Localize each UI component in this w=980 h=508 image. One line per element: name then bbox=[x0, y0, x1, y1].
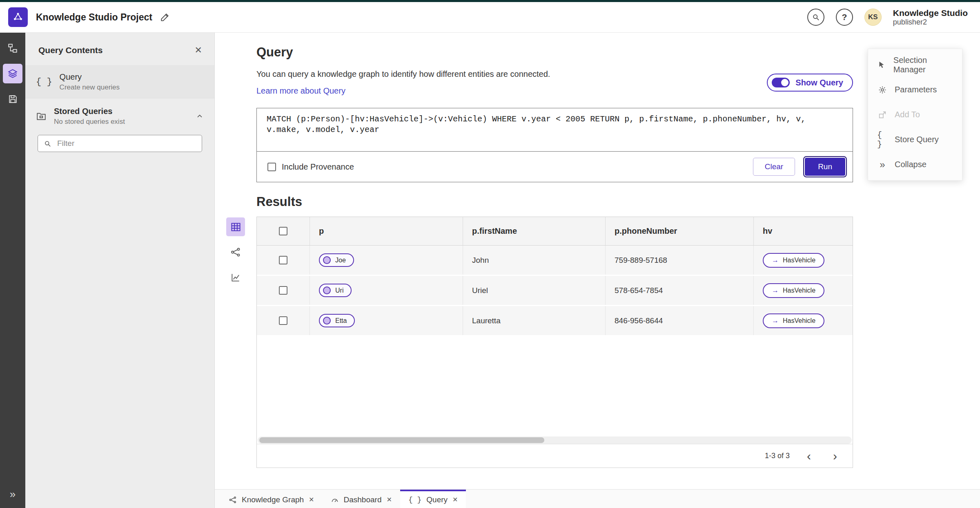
cell-phonenumber: 846-956-8644 bbox=[606, 306, 754, 335]
results-view-toolbar bbox=[226, 217, 256, 468]
query-input[interactable]: MATCH (p:Person)-[hv:HasVehicle]->(v:Veh… bbox=[257, 108, 853, 152]
dashboard-icon bbox=[331, 496, 339, 504]
pagination-bar: 1-3 of 3 ‹ › bbox=[257, 444, 853, 468]
entity-pill[interactable]: Uri bbox=[319, 284, 352, 297]
arrow-right-icon: → bbox=[772, 287, 779, 294]
row-checkbox[interactable] bbox=[279, 256, 287, 264]
tab-label: Query bbox=[426, 495, 448, 504]
column-header-firstname[interactable]: p.firstName bbox=[463, 217, 606, 245]
edge-pill[interactable]: → HasVehicle bbox=[763, 253, 824, 268]
panel-title: Query Contents bbox=[38, 45, 103, 55]
braces-icon: { } bbox=[36, 77, 52, 87]
column-header-hv[interactable]: hv bbox=[754, 217, 853, 245]
column-header-phonenumber[interactable]: p.phoneNumber bbox=[606, 217, 754, 245]
folder-icon bbox=[36, 111, 47, 122]
clear-button[interactable]: Clear bbox=[753, 158, 795, 176]
column-header-p[interactable]: p bbox=[310, 217, 463, 245]
avatar-initials: KS bbox=[868, 13, 878, 21]
arrow-right-icon: → bbox=[772, 317, 779, 324]
filter-input[interactable] bbox=[56, 139, 196, 148]
pagination-label: 1-3 of 3 bbox=[765, 452, 790, 460]
sidebar-item-query[interactable]: { } Query Create new queries bbox=[25, 65, 214, 98]
menu-item-collapse[interactable]: » Collapse bbox=[868, 152, 962, 177]
search-button[interactable] bbox=[807, 9, 824, 26]
toggle-track bbox=[772, 78, 790, 87]
selection-manager-icon bbox=[877, 60, 886, 69]
cell-firstname: Uriel bbox=[463, 276, 606, 305]
prev-page-button[interactable]: ‹ bbox=[802, 449, 816, 463]
chart-view-icon[interactable] bbox=[226, 268, 245, 287]
knowledge-graph-icon bbox=[229, 496, 237, 504]
menu-item-parameters[interactable]: Parameters bbox=[868, 77, 962, 102]
stored-queries-description: No stored queries exist bbox=[54, 118, 188, 126]
left-icon-rail: » bbox=[0, 33, 25, 508]
save-icon[interactable] bbox=[3, 89, 22, 109]
user-avatar[interactable]: KS bbox=[864, 9, 882, 26]
entity-pill[interactable]: Joe bbox=[319, 253, 354, 267]
model-view-icon[interactable] bbox=[3, 38, 22, 58]
project-title: Knowledge Studio Project bbox=[36, 12, 152, 23]
braces-icon: { } bbox=[408, 496, 421, 504]
menu-label: Collapse bbox=[895, 160, 927, 169]
results-table: p p.firstName p.phoneNumber hv Joe bbox=[256, 217, 853, 468]
query-description: You can query a knowledge graph to ident… bbox=[256, 69, 550, 79]
menu-label: Parameters bbox=[895, 85, 937, 94]
scrollbar-thumb[interactable] bbox=[259, 437, 544, 443]
panel-close-icon[interactable]: ✕ bbox=[195, 45, 202, 56]
query-editor: MATCH (p:Person)-[hv:HasVehicle]->(v:Veh… bbox=[256, 108, 853, 182]
toggle-knob bbox=[781, 79, 788, 86]
entity-label: Joe bbox=[335, 257, 346, 264]
arrow-right-icon: → bbox=[772, 257, 779, 264]
tab-query[interactable]: { } Query ✕ bbox=[400, 490, 466, 508]
edge-pill[interactable]: → HasVehicle bbox=[763, 313, 824, 328]
table-header-row: p p.firstName p.phoneNumber hv bbox=[257, 217, 853, 246]
stored-queries-header[interactable]: Stored Queries No stored queries exist bbox=[25, 98, 214, 132]
run-button[interactable]: Run bbox=[805, 158, 845, 176]
user-info: Knowledge Studio publisher2 bbox=[893, 8, 968, 27]
expand-rail-icon[interactable]: » bbox=[10, 488, 16, 501]
row-checkbox[interactable] bbox=[279, 286, 287, 295]
chevron-up-icon[interactable] bbox=[196, 112, 204, 121]
close-tab-icon[interactable]: ✕ bbox=[452, 496, 458, 504]
edit-title-icon[interactable] bbox=[160, 12, 170, 22]
help-button[interactable]: ? bbox=[836, 9, 853, 26]
table-row: Uri Uriel 578-654-7854 → HasVehicle bbox=[257, 276, 853, 306]
stored-queries-label: Stored Queries bbox=[54, 107, 188, 116]
query-contents-panel: Query Contents ✕ { } Query Create new qu… bbox=[25, 33, 215, 508]
table-view-icon[interactable] bbox=[226, 217, 245, 236]
cell-firstname: Lauretta bbox=[463, 306, 606, 335]
query-item-label: Query bbox=[60, 72, 120, 82]
cell-phonenumber: 578-654-7854 bbox=[606, 276, 754, 305]
include-provenance-label: Include Provenance bbox=[282, 162, 354, 172]
edge-label: HasVehicle bbox=[783, 287, 815, 294]
top-bar: Knowledge Studio Project ? KS Knowledge … bbox=[0, 0, 980, 33]
menu-item-selection-manager[interactable]: Selection Manager bbox=[868, 52, 962, 77]
menu-label: Store Query bbox=[895, 135, 939, 144]
next-page-button[interactable]: › bbox=[828, 449, 842, 463]
braces-icon: { } bbox=[877, 130, 888, 149]
menu-label: Add To bbox=[895, 110, 920, 119]
learn-more-link[interactable]: Learn more about Query bbox=[256, 86, 550, 96]
help-glyph: ? bbox=[842, 12, 847, 22]
menu-label: Selection Manager bbox=[893, 56, 953, 74]
menu-item-store-query[interactable]: { } Store Query bbox=[868, 127, 962, 152]
graph-view-icon[interactable] bbox=[226, 243, 245, 262]
show-query-toggle[interactable]: Show Query bbox=[767, 74, 853, 92]
menu-item-add-to: Add To bbox=[868, 102, 962, 127]
table-empty-area bbox=[257, 336, 853, 436]
tab-dashboard[interactable]: Dashboard ✕ bbox=[323, 490, 400, 508]
tab-label: Knowledge Graph bbox=[242, 495, 304, 504]
collapse-icon: » bbox=[877, 160, 888, 170]
close-tab-icon[interactable]: ✕ bbox=[309, 496, 314, 504]
select-all-checkbox[interactable] bbox=[279, 227, 287, 235]
bottom-tab-strip: Knowledge Graph ✕ Dashboard ✕ { } Query … bbox=[215, 489, 980, 508]
include-provenance-checkbox[interactable] bbox=[267, 163, 276, 171]
entity-pill[interactable]: Etta bbox=[319, 314, 355, 327]
layers-view-icon[interactable] bbox=[3, 64, 22, 83]
horizontal-scrollbar[interactable] bbox=[258, 436, 852, 444]
edge-pill[interactable]: → HasVehicle bbox=[763, 283, 824, 298]
close-tab-icon[interactable]: ✕ bbox=[386, 496, 392, 504]
tab-knowledge-graph[interactable]: Knowledge Graph ✕ bbox=[220, 490, 323, 508]
gear-icon bbox=[877, 85, 888, 94]
row-checkbox[interactable] bbox=[279, 316, 287, 325]
